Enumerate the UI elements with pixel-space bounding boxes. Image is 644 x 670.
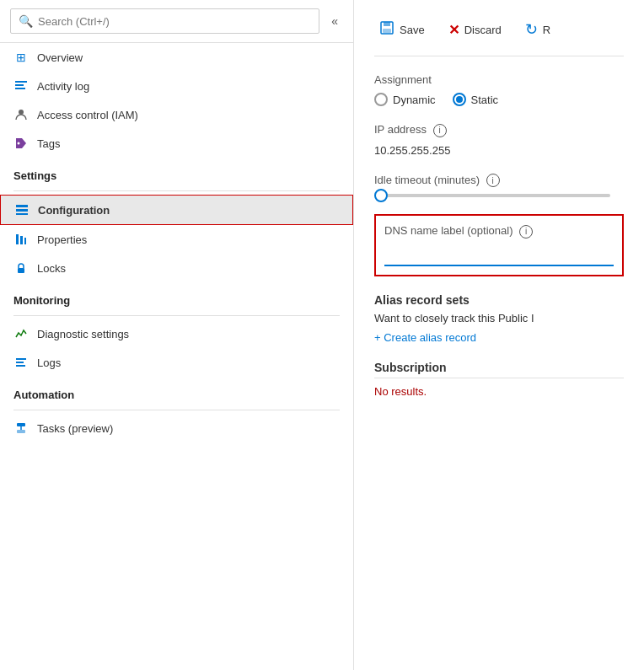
sidebar-item-logs[interactable]: Logs	[0, 348, 353, 377]
ip-address-label: IP address i	[374, 123, 624, 137]
assignment-label: Assignment	[374, 73, 624, 86]
idle-timeout-slider-container	[374, 194, 624, 197]
svg-rect-0	[15, 81, 27, 83]
svg-rect-14	[16, 365, 25, 367]
svg-rect-6	[16, 209, 28, 212]
save-button[interactable]: Save	[374, 17, 430, 42]
svg-rect-8	[16, 234, 19, 244]
svg-rect-5	[16, 205, 28, 207]
collapse-button[interactable]: «	[326, 11, 343, 31]
sidebar-item-activity-log[interactable]: Activity log	[0, 72, 353, 100]
diagnostic-icon	[13, 326, 29, 341]
save-label: Save	[400, 24, 425, 36]
settings-header: Settings	[0, 158, 353, 187]
alias-title: Alias record sets	[374, 293, 624, 307]
dns-info-icon[interactable]: i	[519, 225, 533, 239]
tags-icon	[13, 136, 29, 151]
sidebar: 🔍 « ⊞ Overview Activity log Access contr…	[0, 0, 354, 670]
sidebar-item-properties[interactable]: Properties	[0, 225, 353, 254]
sidebar-item-configuration-label: Configuration	[38, 204, 110, 217]
ip-address-value: 10.255.255.255	[374, 144, 624, 157]
svg-point-3	[19, 110, 24, 115]
radio-static-label: Static	[471, 94, 499, 106]
radio-group-assignment: Dynamic Static	[374, 93, 624, 106]
svg-rect-15	[17, 423, 25, 426]
activity-icon	[13, 78, 29, 94]
toolbar: Save ✕ Discard ↻ R	[374, 17, 624, 56]
main-content: Save ✕ Discard ↻ R Assignment Dynamic St…	[354, 0, 644, 670]
sidebar-item-overview[interactable]: ⊞ Overview	[0, 43, 353, 72]
subscription-section: Subscription No results.	[374, 361, 624, 398]
refresh-label: R	[543, 24, 550, 36]
svg-rect-10	[24, 238, 26, 244]
svg-point-4	[18, 142, 20, 145]
svg-rect-20	[383, 29, 391, 33]
monitoring-header: Monitoring	[0, 282, 353, 312]
save-icon	[379, 20, 394, 39]
idle-timeout-info-icon[interactable]: i	[486, 174, 500, 187]
subscription-title: Subscription	[374, 361, 624, 378]
radio-dynamic-indicator	[374, 93, 388, 106]
properties-icon	[13, 232, 29, 247]
slider-track[interactable]	[374, 194, 610, 197]
slider-thumb[interactable]	[374, 189, 388, 202]
radio-dynamic[interactable]: Dynamic	[374, 93, 436, 106]
radio-dynamic-label: Dynamic	[393, 94, 436, 106]
svg-rect-9	[20, 236, 23, 244]
sidebar-item-activity-label: Activity log	[37, 80, 89, 93]
svg-rect-1	[15, 84, 24, 86]
sidebar-item-iam[interactable]: Access control (IAM)	[0, 100, 353, 129]
alias-desc: Want to closely track this Public I	[374, 312, 624, 324]
sidebar-item-locks[interactable]: Locks	[0, 254, 353, 282]
svg-rect-7	[16, 213, 28, 215]
svg-rect-12	[16, 358, 26, 360]
dns-label: DNS name label (optional) i	[384, 224, 614, 239]
sidebar-item-locks-label: Locks	[37, 262, 66, 275]
collapse-icon: «	[331, 14, 338, 28]
sidebar-item-diagnostic[interactable]: Diagnostic settings	[0, 319, 353, 348]
tasks-icon	[13, 421, 29, 436]
logs-icon	[13, 355, 29, 370]
search-icon: 🔍	[18, 13, 33, 29]
automation-divider	[13, 410, 340, 410]
ip-address-section: IP address i 10.255.255.255	[374, 123, 624, 157]
configuration-icon	[14, 202, 30, 217]
dns-input[interactable]	[384, 245, 614, 266]
svg-rect-13	[16, 362, 24, 363]
ip-info-icon[interactable]: i	[433, 124, 447, 137]
search-input[interactable]	[38, 15, 312, 28]
search-bar: 🔍 «	[0, 0, 353, 43]
discard-button[interactable]: ✕ Discard	[443, 19, 507, 41]
no-results-text: No results.	[374, 385, 624, 398]
svg-rect-16	[17, 430, 25, 433]
idle-timeout-section: Idle timeout (minutes) i	[374, 174, 624, 198]
sidebar-item-diagnostic-label: Diagnostic settings	[37, 328, 129, 340]
refresh-button[interactable]: ↻ R	[520, 17, 555, 42]
sidebar-item-iam-label: Access control (IAM)	[37, 109, 138, 121]
sidebar-item-tasks[interactable]: Tasks (preview)	[0, 414, 353, 442]
create-alias-link[interactable]: + Create alias record	[374, 331, 476, 344]
svg-rect-2	[15, 88, 25, 89]
sidebar-item-logs-label: Logs	[37, 356, 61, 369]
dns-section: DNS name label (optional) i	[374, 214, 624, 276]
refresh-icon: ↻	[525, 20, 538, 39]
idle-timeout-label: Idle timeout (minutes) i	[374, 174, 624, 188]
discard-icon: ✕	[448, 22, 459, 38]
alias-section: Alias record sets Want to closely track …	[374, 293, 624, 344]
sidebar-item-tasks-label: Tasks (preview)	[37, 422, 113, 435]
radio-static[interactable]: Static	[453, 93, 499, 106]
settings-divider	[13, 190, 340, 191]
automation-header: Automation	[0, 377, 353, 406]
svg-rect-19	[384, 22, 390, 26]
svg-rect-11	[18, 268, 24, 273]
locks-icon	[13, 260, 29, 276]
sidebar-item-configuration[interactable]: Configuration	[0, 195, 353, 225]
iam-icon	[13, 107, 29, 122]
sidebar-item-tags[interactable]: Tags	[0, 129, 353, 158]
monitoring-divider	[13, 315, 340, 316]
overview-icon: ⊞	[13, 50, 29, 65]
sidebar-item-overview-label: Overview	[37, 51, 83, 64]
search-input-wrapper[interactable]: 🔍	[10, 8, 319, 34]
assignment-section: Assignment Dynamic Static	[374, 73, 624, 106]
sidebar-item-properties-label: Properties	[37, 233, 87, 246]
